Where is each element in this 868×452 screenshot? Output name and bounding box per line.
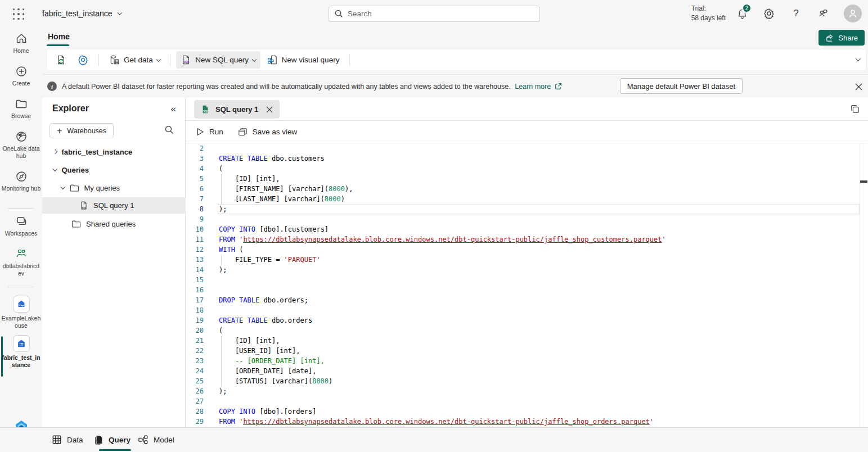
code-line[interactable]: 20( — [186, 326, 860, 336]
nav-dbt-workspace[interactable]: dbtlabsfabricdev — [0, 248, 42, 277]
code-line[interactable]: 6 [FIRST_NAME] [varchar](8000), — [186, 184, 860, 194]
code-line[interactable]: 2 — [186, 143, 860, 153]
banner-close-button[interactable] — [853, 82, 863, 92]
code-line[interactable]: 15 — [186, 275, 860, 285]
code-text: CREATE TABLE dbo.customers — [219, 153, 325, 164]
tree-item-my-queries[interactable]: My queries — [42, 179, 186, 197]
code-line[interactable]: 22 [USER_ID] [int], — [186, 346, 860, 356]
nav-create[interactable]: Create — [0, 65, 42, 87]
code-line[interactable]: 23 -- [ORDER_DATE] [int], — [186, 356, 860, 366]
code-text: [ID] [int], — [219, 174, 280, 184]
save-as-view-button[interactable]: Save as view — [238, 128, 298, 137]
settings-button[interactable] — [762, 7, 776, 20]
share-button[interactable]: Share — [818, 30, 865, 46]
view-tab-data[interactable]: Data — [52, 428, 83, 451]
new-sql-query-button[interactable]: SQL New SQL query — [176, 51, 260, 69]
refresh-script-button[interactable] — [51, 51, 71, 69]
editor-overview-ruler[interactable] — [860, 143, 868, 427]
code-line[interactable]: 28COPY INTO [dbo].[orders] — [186, 406, 860, 417]
tree-item-label: Queries — [62, 166, 89, 174]
tree-item-instance[interactable]: fabric_test_instance — [42, 143, 186, 161]
line-number: 11 — [186, 234, 204, 245]
code-text: -- [ORDER_DATE] [int], — [219, 356, 325, 366]
copy-tabs-button[interactable] — [850, 104, 860, 114]
code-line[interactable]: 17DROP TABLE dbo.orders; — [186, 295, 860, 305]
notifications-button[interactable]: 2 — [735, 7, 749, 20]
code-line[interactable]: 9 — [186, 214, 860, 224]
onelake-icon — [15, 130, 28, 143]
view-tab-model[interactable]: Model — [138, 428, 174, 451]
tab-home[interactable]: Home — [47, 29, 71, 44]
code-text: [FIRST_NAME] [varchar](8000), — [219, 184, 353, 194]
tab-close-button[interactable] — [266, 106, 273, 113]
nav-browse[interactable]: Browse — [0, 98, 42, 120]
code-text: WITH ( — [219, 245, 243, 255]
code-line[interactable]: 7 [LAST_NAME] [varchar](8000) — [186, 194, 860, 204]
code-line[interactable]: 8); — [186, 204, 860, 214]
manage-dataset-button[interactable]: Manage default Power BI dataset — [620, 78, 743, 94]
code-line[interactable]: 29FROM 'https://dbtlabsynapsedatalake.bl… — [186, 417, 860, 427]
nav-example-lakehouse[interactable]: ExampleLakehouse — [0, 296, 42, 329]
toolbar-overflow-button[interactable] — [856, 55, 860, 63]
code-line[interactable]: 10COPY INTO [dbo].[customers] — [186, 224, 860, 234]
nav-onelake-data-hub[interactable]: OneLake data hub — [0, 130, 42, 160]
code-line[interactable]: 18 — [186, 305, 860, 315]
learn-more-link[interactable]: Learn more — [515, 83, 551, 91]
line-number: 5 — [186, 174, 204, 184]
explorer-search-button[interactable] — [165, 125, 174, 134]
person-icon — [848, 8, 858, 19]
code-line[interactable]: 12WITH ( — [186, 245, 860, 255]
global-search — [329, 6, 540, 22]
new-warehouse-button[interactable]: + Warehouses — [50, 123, 114, 138]
query-doc-icon — [95, 435, 104, 445]
collapse-panel-button[interactable]: « — [171, 103, 176, 115]
help-button[interactable]: ? — [789, 7, 803, 20]
tool-settings-button[interactable] — [73, 51, 93, 69]
tree-item-label: Shared queries — [86, 220, 136, 228]
nav-fabric-test-instance[interactable]: fabric_test_instance — [0, 335, 42, 369]
line-number: 8 — [186, 204, 204, 214]
tab-sql-query-1[interactable]: SQL SQL query 1 — [194, 100, 280, 119]
code-line[interactable]: 26); — [186, 386, 860, 396]
code-line[interactable]: 3CREATE TABLE dbo.customers — [186, 153, 860, 164]
copy-icon — [850, 104, 860, 114]
code-line[interactable]: 11FROM 'https://dbtlabsynapsedatalake.bl… — [186, 234, 860, 245]
code-line[interactable]: 4( — [186, 164, 860, 174]
nav-home[interactable]: Home — [0, 33, 42, 55]
line-number: 4 — [186, 164, 204, 174]
code-line[interactable]: 16 — [186, 285, 860, 295]
code-line[interactable]: 19CREATE TABLE dbo.orders — [186, 315, 860, 326]
sql-file-icon: SQL — [201, 105, 210, 114]
code-line[interactable]: 21 [ID] [int], — [186, 336, 860, 346]
document-refresh-icon — [56, 55, 66, 65]
workspace-title-menu[interactable]: fabric_test_instance — [42, 0, 121, 27]
nav-monitoring-hub[interactable]: Monitoring hub — [0, 170, 42, 192]
run-icon — [196, 128, 204, 136]
feedback-button[interactable] — [816, 7, 830, 20]
nav-workspaces[interactable]: Workspaces — [0, 215, 42, 237]
code-lines[interactable]: 23CREATE TABLE dbo.customers4(5 [ID] [in… — [186, 143, 860, 427]
code-line[interactable]: 14); — [186, 265, 860, 275]
view-tab-query[interactable]: Query — [95, 428, 131, 451]
code-line[interactable]: 13 FILE_TYPE = 'PARQUET' — [186, 255, 860, 265]
get-data-button[interactable]: Get data — [105, 51, 164, 69]
scroll-position-marker — [860, 180, 867, 183]
app-launcher-icon[interactable] — [12, 8, 25, 20]
run-button[interactable]: Run — [196, 128, 223, 136]
tree-item-sql-query-1[interactable]: SQL SQL query 1 — [42, 197, 186, 214]
indent-guide — [221, 376, 222, 386]
settings-gear-icon — [78, 55, 88, 65]
table-grid-icon — [52, 435, 62, 445]
code-line[interactable]: 24 [ORDER_DATE] [date], — [186, 366, 860, 376]
search-input[interactable] — [348, 10, 534, 18]
code-line[interactable]: 27 — [186, 396, 860, 406]
tree-item-shared-queries[interactable]: Shared queries — [42, 215, 186, 233]
code-line[interactable]: 5 [ID] [int], — [186, 174, 860, 184]
code-text: COPY INTO [dbo].[customers] — [219, 224, 329, 234]
new-visual-query-button[interactable]: New visual query — [263, 51, 344, 69]
nav-browse-label: Browse — [10, 112, 32, 120]
account-avatar[interactable] — [844, 4, 862, 22]
tree-item-queries[interactable]: Queries — [42, 161, 186, 179]
tab-label: SQL query 1 — [215, 105, 258, 114]
code-line[interactable]: 25 [STATUS] [varchar](8000) — [186, 376, 860, 386]
